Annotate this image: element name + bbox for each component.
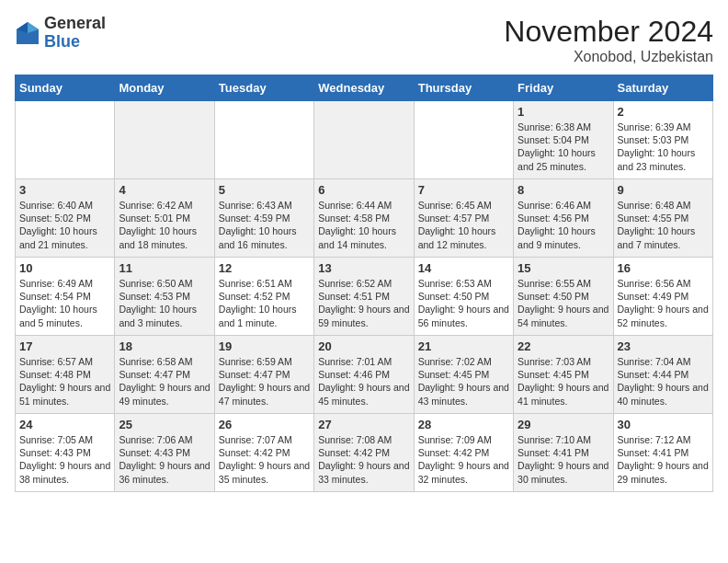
cell-info-line: Daylight: 10 hours and 16 minutes. — [219, 224, 310, 250]
cell-info-line: Sunset: 4:45 PM — [418, 368, 509, 381]
cell-info-line: Sunset: 5:01 PM — [119, 212, 210, 224]
day-number: 23 — [618, 339, 709, 353]
cell-info-line: Sunset: 4:46 PM — [318, 368, 409, 381]
calendar-cell: 16Sunrise: 6:56 AMSunset: 4:49 PMDayligh… — [613, 258, 712, 336]
day-number: 5 — [219, 183, 310, 197]
cell-info-line: Sunrise: 7:07 AM — [219, 433, 310, 446]
day-number: 10 — [19, 261, 110, 275]
calendar-week-row: 17Sunrise: 6:57 AMSunset: 4:48 PMDayligh… — [16, 336, 713, 414]
header-row: SundayMondayTuesdayWednesdayThursdayFrid… — [16, 75, 713, 101]
cell-info-line: Sunrise: 6:39 AM — [618, 121, 709, 133]
calendar-cell: 2Sunrise: 6:39 AMSunset: 5:03 PMDaylight… — [613, 101, 712, 179]
cell-info-line: Sunset: 4:44 PM — [618, 368, 709, 381]
cell-info-line: Sunrise: 6:58 AM — [119, 355, 210, 368]
day-number: 13 — [318, 261, 409, 275]
day-number: 11 — [119, 261, 210, 275]
cell-info-line: Daylight: 9 hours and 43 minutes. — [418, 381, 509, 407]
cell-info-line: Daylight: 9 hours and 51 minutes. — [19, 381, 110, 407]
cell-info-line: Sunrise: 6:46 AM — [518, 199, 609, 212]
cell-info-line: Daylight: 10 hours and 18 minutes. — [119, 224, 210, 250]
logo: General Blue — [15, 15, 106, 52]
header-day: Sunday — [16, 75, 115, 101]
cell-info-line: Daylight: 9 hours and 32 minutes. — [418, 459, 509, 485]
cell-info-line: Daylight: 10 hours and 25 minutes. — [518, 146, 609, 172]
calendar-week-row: 24Sunrise: 7:05 AMSunset: 4:43 PMDayligh… — [16, 414, 713, 492]
calendar-cell: 6Sunrise: 6:44 AMSunset: 4:58 PMDaylight… — [314, 179, 414, 258]
cell-info-line: Daylight: 10 hours and 7 minutes. — [618, 224, 709, 250]
calendar-cell: 5Sunrise: 6:43 AMSunset: 4:59 PMDaylight… — [214, 179, 313, 258]
calendar-cell: 22Sunrise: 7:03 AMSunset: 4:45 PMDayligh… — [514, 336, 613, 414]
cell-info-line: Sunrise: 6:59 AM — [219, 355, 310, 368]
cell-info-line: Sunrise: 6:45 AM — [418, 199, 509, 212]
day-number: 14 — [418, 261, 509, 275]
calendar-cell: 13Sunrise: 6:52 AMSunset: 4:51 PMDayligh… — [314, 258, 414, 336]
day-number: 12 — [219, 261, 310, 275]
cell-info-line: Sunrise: 7:06 AM — [119, 433, 210, 446]
calendar-cell: 25Sunrise: 7:06 AMSunset: 4:43 PMDayligh… — [115, 414, 214, 492]
cell-info-line: Sunrise: 7:04 AM — [618, 355, 709, 368]
calendar-cell: 15Sunrise: 6:55 AMSunset: 4:50 PMDayligh… — [514, 258, 613, 336]
day-number: 16 — [618, 261, 709, 275]
day-number: 18 — [119, 339, 210, 353]
cell-info-line: Sunset: 4:59 PM — [219, 212, 310, 224]
cell-info-line: Sunrise: 6:55 AM — [518, 277, 609, 290]
day-number: 2 — [618, 105, 709, 119]
cell-info-line: Sunrise: 6:51 AM — [219, 277, 310, 290]
cell-info-line: Sunrise: 6:50 AM — [119, 277, 210, 290]
calendar-week-row: 10Sunrise: 6:49 AMSunset: 4:54 PMDayligh… — [16, 258, 713, 336]
page-title: November 2024 — [504, 15, 713, 49]
cell-info-line: Daylight: 9 hours and 47 minutes. — [219, 381, 310, 407]
calendar-cell: 7Sunrise: 6:45 AMSunset: 4:57 PMDaylight… — [414, 179, 513, 258]
cell-info-line: Sunset: 4:58 PM — [318, 212, 409, 224]
cell-info-line: Sunrise: 6:56 AM — [618, 277, 709, 290]
day-number: 26 — [219, 418, 310, 431]
cell-info-line: Daylight: 10 hours and 12 minutes. — [418, 224, 509, 250]
cell-info-line: Sunset: 4:41 PM — [518, 446, 609, 459]
cell-info-line: Sunset: 4:54 PM — [19, 290, 110, 303]
cell-info-line: Sunrise: 6:42 AM — [119, 199, 210, 212]
calendar-cell: 10Sunrise: 6:49 AMSunset: 4:54 PMDayligh… — [16, 258, 115, 336]
cell-info-line: Sunset: 4:47 PM — [119, 368, 210, 381]
cell-info-line: Daylight: 10 hours and 5 minutes. — [19, 303, 110, 328]
calendar-cell: 17Sunrise: 6:57 AMSunset: 4:48 PMDayligh… — [16, 336, 115, 414]
cell-info-line: Daylight: 9 hours and 59 minutes. — [318, 303, 409, 328]
cell-info-line: Sunrise: 6:57 AM — [19, 355, 110, 368]
day-number: 28 — [418, 418, 509, 431]
logo-text: General Blue — [44, 15, 106, 52]
calendar-cell — [214, 101, 313, 179]
day-number: 30 — [618, 418, 709, 431]
calendar-cell: 28Sunrise: 7:09 AMSunset: 4:42 PMDayligh… — [414, 414, 513, 492]
cell-info-line: Daylight: 9 hours and 52 minutes. — [618, 303, 709, 328]
calendar-cell: 21Sunrise: 7:02 AMSunset: 4:45 PMDayligh… — [414, 336, 513, 414]
calendar-cell: 30Sunrise: 7:12 AMSunset: 4:41 PMDayligh… — [613, 414, 712, 492]
day-number: 27 — [318, 418, 409, 431]
calendar-cell — [16, 101, 115, 179]
cell-info-line: Sunset: 4:45 PM — [518, 368, 609, 381]
calendar-cell: 14Sunrise: 6:53 AMSunset: 4:50 PMDayligh… — [414, 258, 513, 336]
day-number: 6 — [318, 183, 409, 197]
cell-info-line: Sunset: 4:51 PM — [318, 290, 409, 303]
cell-info-line: Sunrise: 6:40 AM — [19, 199, 110, 212]
cell-info-line: Sunrise: 7:08 AM — [318, 433, 409, 446]
cell-info-line: Daylight: 9 hours and 35 minutes. — [219, 459, 310, 485]
cell-info-line: Sunset: 5:04 PM — [518, 133, 609, 146]
logo-icon — [15, 20, 40, 46]
cell-info-line: Sunrise: 6:44 AM — [318, 199, 409, 212]
cell-info-line: Daylight: 9 hours and 40 minutes. — [618, 381, 709, 407]
header: General Blue November 2024 Xonobod, Uzbe… — [15, 15, 713, 65]
cell-info-line: Sunset: 4:50 PM — [418, 290, 509, 303]
cell-info-line: Daylight: 10 hours and 1 minute. — [219, 303, 310, 328]
cell-info-line: Daylight: 10 hours and 23 minutes. — [618, 146, 709, 172]
cell-info-line: Daylight: 10 hours and 14 minutes. — [318, 224, 409, 250]
cell-info-line: Daylight: 9 hours and 41 minutes. — [518, 381, 609, 407]
calendar-cell: 23Sunrise: 7:04 AMSunset: 4:44 PMDayligh… — [613, 336, 712, 414]
cell-info-line: Sunset: 5:02 PM — [19, 212, 110, 224]
day-number: 9 — [618, 183, 709, 197]
cell-info-line: Daylight: 10 hours and 9 minutes. — [518, 224, 609, 250]
day-number: 19 — [219, 339, 310, 353]
cell-info-line: Sunrise: 6:43 AM — [219, 199, 310, 212]
calendar-cell: 8Sunrise: 6:46 AMSunset: 4:56 PMDaylight… — [514, 179, 613, 258]
cell-info-line: Sunrise: 6:38 AM — [518, 121, 609, 133]
cell-info-line: Sunset: 4:55 PM — [618, 212, 709, 224]
calendar-cell: 29Sunrise: 7:10 AMSunset: 4:41 PMDayligh… — [514, 414, 613, 492]
